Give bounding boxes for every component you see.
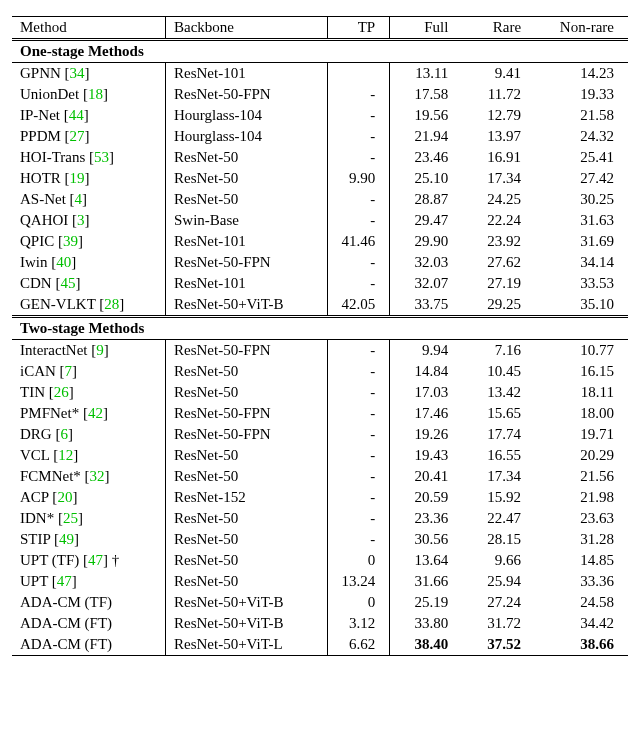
cell-tp: 9.90 [327, 168, 390, 189]
cell-nonrare: 14.85 [535, 550, 628, 571]
cell-backbone: ResNet-50 [165, 571, 327, 592]
cell-backbone: ResNet-50 [165, 382, 327, 403]
cell-nonrare: 31.63 [535, 210, 628, 231]
citation-link[interactable]: 47 [57, 573, 72, 589]
cell-nonrare: 21.98 [535, 487, 628, 508]
cell-method: QAHOI [3] [12, 210, 165, 231]
cell-nonrare: 31.69 [535, 231, 628, 252]
cell-method: GPNN [34] [12, 63, 165, 85]
section-header: Two-stage Methods [12, 317, 628, 340]
cell-nonrare: 20.29 [535, 445, 628, 466]
citation-link[interactable]: 44 [69, 107, 84, 123]
table-row: PPDM [27]Hourglass-104-21.9413.9724.32 [12, 126, 628, 147]
cell-rare: 16.55 [462, 445, 535, 466]
citation-link[interactable]: 26 [54, 384, 69, 400]
citation-link[interactable]: 53 [94, 149, 109, 165]
cell-tp: 6.62 [327, 634, 390, 656]
cell-rare: 17.74 [462, 424, 535, 445]
citation-link[interactable]: 3 [77, 212, 85, 228]
cell-full: 28.87 [390, 189, 463, 210]
table-row: iCAN [7]ResNet-50-14.8410.4516.15 [12, 361, 628, 382]
table-row: ACP [20]ResNet-152-20.5915.9221.98 [12, 487, 628, 508]
cell-rare: 15.65 [462, 403, 535, 424]
cell-method: ADA-CM (FT) [12, 634, 165, 656]
table-row: ADA-CM (TF)ResNet-50+ViT-B025.1927.2424.… [12, 592, 628, 613]
cell-full: 20.41 [390, 466, 463, 487]
citation-link[interactable]: 12 [58, 447, 73, 463]
citation-link[interactable]: 20 [57, 489, 72, 505]
cell-backbone: Swin-Base [165, 210, 327, 231]
header-row: MethodBackboneTPFullRareNon-rare [12, 17, 628, 40]
cell-method: ACP [20] [12, 487, 165, 508]
table-row: HOTR [19]ResNet-509.9025.1017.3427.42 [12, 168, 628, 189]
cell-full: 13.64 [390, 550, 463, 571]
citation-link[interactable]: 7 [65, 363, 73, 379]
table-row: AS-Net [4]ResNet-50-28.8724.2530.25 [12, 189, 628, 210]
table-row: GPNN [34]ResNet-10113.119.4114.23 [12, 63, 628, 85]
citation-link[interactable]: 4 [75, 191, 83, 207]
table-row: Iwin [40]ResNet-50-FPN-32.0327.6234.14 [12, 252, 628, 273]
cell-full: 33.75 [390, 294, 463, 317]
citation-link[interactable]: 34 [70, 65, 85, 81]
cell-full: 20.59 [390, 487, 463, 508]
cell-backbone: ResNet-50+ViT-L [165, 634, 327, 656]
cell-backbone: Hourglass-104 [165, 126, 327, 147]
cell-rare: 27.62 [462, 252, 535, 273]
cell-tp [327, 63, 390, 85]
table-row: IDN* [25]ResNet-50-23.3622.4723.63 [12, 508, 628, 529]
cell-nonrare: 21.56 [535, 466, 628, 487]
cell-nonrare: 19.71 [535, 424, 628, 445]
cell-method: PMFNet* [42] [12, 403, 165, 424]
citation-link[interactable]: 49 [59, 531, 74, 547]
table-row: FCMNet* [32]ResNet-50-20.4117.3421.56 [12, 466, 628, 487]
cell-nonrare: 10.77 [535, 340, 628, 362]
cell-rare: 27.19 [462, 273, 535, 294]
cell-full: 31.66 [390, 571, 463, 592]
cell-nonrare: 24.58 [535, 592, 628, 613]
cell-rare: 25.94 [462, 571, 535, 592]
cell-rare: 7.16 [462, 340, 535, 362]
cell-rare: 13.97 [462, 126, 535, 147]
cell-backbone: ResNet-152 [165, 487, 327, 508]
table-row: ADA-CM (FT)ResNet-50+ViT-L6.6238.4037.52… [12, 634, 628, 656]
table-row: UnionDet [18]ResNet-50-FPN-17.5811.7219.… [12, 84, 628, 105]
citation-link[interactable]: 45 [60, 275, 75, 291]
cell-nonrare: 14.23 [535, 63, 628, 85]
cell-tp: - [327, 466, 390, 487]
cell-tp: - [327, 382, 390, 403]
citation-link[interactable]: 39 [63, 233, 78, 249]
cell-rare: 9.41 [462, 63, 535, 85]
cell-full: 13.11 [390, 63, 463, 85]
cell-rare: 10.45 [462, 361, 535, 382]
cell-full: 32.03 [390, 252, 463, 273]
citation-link[interactable]: 6 [60, 426, 68, 442]
citation-link[interactable]: 25 [63, 510, 78, 526]
citation-link[interactable]: 28 [104, 296, 119, 312]
citation-link[interactable]: 47 [88, 552, 103, 568]
cell-tp: - [327, 126, 390, 147]
col-nonrare: Non-rare [535, 17, 628, 40]
cell-rare: 16.91 [462, 147, 535, 168]
citation-link[interactable]: 27 [70, 128, 85, 144]
table-row: QPIC [39]ResNet-10141.4629.9023.9231.69 [12, 231, 628, 252]
citation-link[interactable]: 42 [88, 405, 103, 421]
cell-backbone: ResNet-50 [165, 508, 327, 529]
citation-link[interactable]: 32 [90, 468, 105, 484]
table-row: ADA-CM (FT)ResNet-50+ViT-B3.1233.8031.72… [12, 613, 628, 634]
citation-link[interactable]: 9 [96, 342, 104, 358]
cell-nonrare: 34.14 [535, 252, 628, 273]
cell-backbone: ResNet-101 [165, 273, 327, 294]
cell-rare: 9.66 [462, 550, 535, 571]
cell-full: 9.94 [390, 340, 463, 362]
cell-full: 17.58 [390, 84, 463, 105]
citation-link[interactable]: 18 [88, 86, 103, 102]
cell-tp: - [327, 84, 390, 105]
cell-backbone: ResNet-50 [165, 445, 327, 466]
citation-link[interactable]: 19 [70, 170, 85, 186]
cell-tp: - [327, 487, 390, 508]
table-row: TIN [26]ResNet-50-17.0313.4218.11 [12, 382, 628, 403]
cell-rare: 13.42 [462, 382, 535, 403]
citation-link[interactable]: 40 [56, 254, 71, 270]
cell-method: IDN* [25] [12, 508, 165, 529]
cell-full: 21.94 [390, 126, 463, 147]
